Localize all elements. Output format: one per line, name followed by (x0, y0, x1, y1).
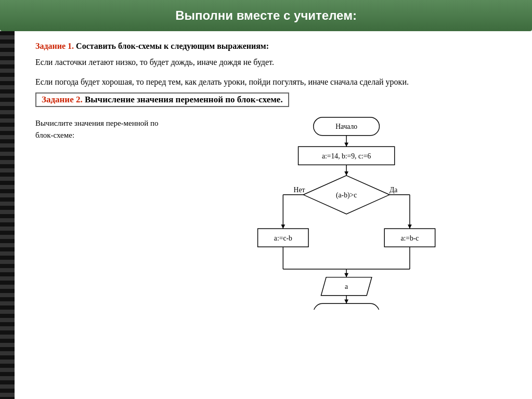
task2-instruction-text: Вычислите значения пере-менной по блок-с… (35, 119, 159, 139)
page-header: Выполни вместе с учителем: (0, 0, 532, 31)
svg-marker-9 (281, 224, 285, 229)
svg-marker-5 (344, 171, 348, 176)
init-label: a:=14, b:=9, c:=6 (322, 152, 371, 160)
task1-label: Задание 1. (35, 42, 74, 50)
flowchart: text { font-family: 'Times New Roman', T… (240, 112, 458, 310)
yes-label: Да (390, 186, 397, 194)
left-decoration (0, 31, 15, 399)
svg-marker-13 (408, 224, 412, 229)
task2-description: Вычисление значения переменной по блок-с… (85, 95, 283, 104)
start-label: Начало (335, 123, 357, 130)
end-label: Конец (337, 309, 356, 310)
no-label: Нет (293, 186, 305, 194)
task2-header-bar: Задание 2. Вычисление значения переменно… (35, 92, 289, 107)
header-title: Выполни вместе с учителем: (175, 8, 357, 23)
main-content: Задание 1. Составить блок-схемы к следую… (15, 31, 532, 399)
task1-text2: Если погода будет хорошая, то перед тем,… (35, 76, 516, 88)
task1-text1: Если ласточки летают низко, то будет дож… (35, 56, 516, 69)
task1-description: Составить блок-схемы к следующим выражен… (76, 42, 269, 50)
branch-no-label: a:=c-b (274, 234, 292, 242)
svg-marker-23 (344, 300, 348, 304)
svg-marker-20 (344, 273, 348, 277)
flowchart-svg: text { font-family: 'Times New Roman', T… (240, 112, 458, 310)
output-label: a (345, 283, 348, 290)
flowchart-container: text { font-family: 'Times New Roman', T… (181, 112, 516, 310)
task1-header: Задание 1. Составить блок-схемы к следую… (35, 42, 516, 51)
task2-content: Вычислите значения пере-менной по блок-с… (35, 112, 516, 310)
task2-label: Задание 2. (42, 95, 83, 104)
task2-instruction: Вычислите значения пере-менной по блок-с… (35, 112, 171, 141)
task2-section: Задание 2. Вычисление значения переменно… (35, 92, 516, 310)
branch-yes-label: a:=b-c (400, 234, 419, 242)
svg-marker-2 (344, 142, 348, 147)
condition-label: (a-b)>c (336, 191, 357, 200)
